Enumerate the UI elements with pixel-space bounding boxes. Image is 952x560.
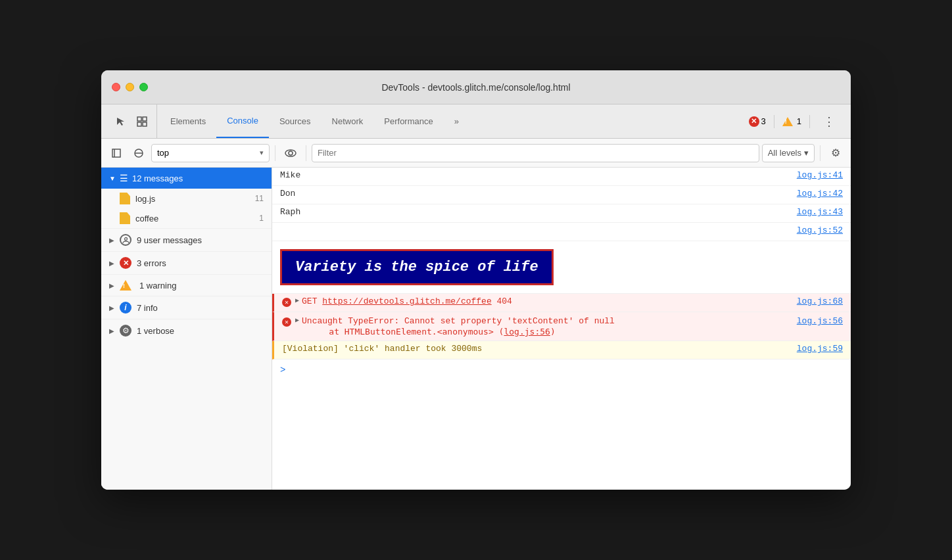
error-link[interactable]: https://devtools.glitch.me/coffee [322, 296, 491, 306]
sidebar-section-user-messages[interactable]: ▶ 9 user messages [101, 228, 272, 251]
source-link[interactable]: log.js:43 [797, 207, 843, 217]
console-output: Mike log.js:41 Don log.js:42 Raph log.js… [272, 168, 851, 490]
more-options-button[interactable]: ⋮ [818, 114, 840, 129]
source-link[interactable]: log.js:59 [797, 344, 843, 354]
main-content: ▼ ☰ 12 messages log.js 11 coffee 1 ▶ [101, 168, 851, 490]
sidebar-section-verbose[interactable]: ▶ ⚙ 1 verbose [101, 319, 272, 342]
expand-arrow-icon[interactable]: ▶ [295, 296, 299, 304]
expand-arrow-icon[interactable]: ▶ [295, 316, 299, 324]
console-row: log.js:52 [272, 223, 851, 241]
maximize-button[interactable] [139, 83, 148, 91]
console-highlight-box: Variety is the spice of life [280, 249, 554, 285]
source-link[interactable]: log.js:56 [797, 316, 843, 326]
console-highlight-row: Variety is the spice of life [272, 241, 851, 294]
verbose-icon: ⚙ [120, 325, 131, 337]
titlebar: DevTools - devtools.glitch.me/console/lo… [101, 70, 851, 105]
file-icon [120, 212, 130, 224]
sidebar-section-warning[interactable]: ▶ ! 1 warning [101, 274, 272, 296]
svg-rect-0 [137, 117, 141, 121]
collapse-icon: ▼ [109, 175, 116, 182]
console-row-typeerror: ✕ ▶ Uncaught TypeError: Cannot set prope… [272, 312, 851, 341]
devtools-window: DevTools - devtools.glitch.me/console/lo… [101, 70, 851, 490]
console-row-warning: [Violation] 'click' handler took 3000ms … [272, 341, 851, 360]
error-icon: ✕ [282, 298, 291, 307]
clear-console-button[interactable] [129, 143, 149, 163]
warning-triangle-icon: ! [120, 280, 131, 291]
console-row-error: ✕ ▶ GET https://devtools.glitch.me/coffe… [272, 294, 851, 312]
tab-sources[interactable]: Sources [269, 105, 321, 138]
tab-icon-group [107, 105, 157, 138]
eye-icon-button[interactable] [281, 143, 300, 163]
tabbar: Elements Console Sources Network Perform… [101, 105, 851, 139]
user-icon [120, 234, 131, 246]
source-link[interactable]: log.js:68 [797, 296, 843, 306]
console-row: Mike log.js:41 [272, 168, 851, 186]
error-icon: ✕ [749, 116, 759, 127]
collapse-sidebar-button[interactable] [107, 143, 126, 163]
sidebar-item-logjs[interactable]: log.js 11 [101, 189, 272, 208]
chevron-down-icon: ▾ [260, 149, 264, 157]
traffic-lights [112, 83, 148, 91]
levels-chevron-icon: ▾ [804, 148, 809, 158]
arrow-icon: ▶ [109, 327, 114, 335]
file-icon [120, 193, 130, 204]
svg-point-10 [124, 237, 127, 240]
source-link[interactable]: log.js:41 [797, 170, 843, 180]
sidebar-section-errors[interactable]: ▶ ✕ 3 errors [101, 251, 272, 274]
source-link[interactable]: log.js:52 [797, 225, 843, 235]
list-icon: ☰ [120, 173, 128, 183]
tab-console[interactable]: Console [216, 105, 269, 138]
arrow-icon: ▶ [109, 282, 114, 289]
minimize-button[interactable] [126, 83, 134, 91]
cursor-icon-btn[interactable] [112, 112, 130, 131]
svg-rect-4 [112, 149, 120, 157]
arrow-icon: ▶ [109, 304, 114, 312]
tab-right-badges: ✕ 3 ! 1 ⋮ [749, 105, 845, 138]
sidebar-group-header[interactable]: ▼ ☰ 12 messages [101, 168, 272, 189]
warning-badge: ! 1 [782, 116, 801, 126]
tab-performance[interactable]: Performance [373, 105, 443, 138]
info-icon: i [120, 302, 131, 314]
error-icon: ✕ [282, 317, 291, 327]
close-button[interactable] [112, 83, 120, 91]
console-row: Don log.js:42 [272, 186, 851, 204]
console-prompt[interactable]: > [272, 360, 851, 381]
tab-elements[interactable]: Elements [160, 105, 216, 138]
svg-rect-1 [143, 117, 147, 121]
layers-icon-btn[interactable] [133, 112, 151, 131]
source-link[interactable]: log.js:42 [797, 189, 843, 198]
sidebar: ▼ ☰ 12 messages log.js 11 coffee 1 ▶ [101, 168, 272, 490]
tab-more[interactable]: » [444, 105, 469, 138]
window-title: DevTools - devtools.glitch.me/console/lo… [381, 82, 570, 93]
inner-source-link[interactable]: log.js:56 [504, 327, 550, 337]
console-row: Raph log.js:43 [272, 204, 851, 223]
context-select[interactable]: top ▾ [151, 144, 270, 162]
sidebar-item-coffee[interactable]: coffee 1 [101, 208, 272, 228]
console-toolbar: top ▾ All levels ▾ ⚙ [101, 139, 851, 168]
arrow-icon: ▶ [109, 237, 114, 244]
settings-icon-button[interactable]: ⚙ [826, 143, 845, 163]
sidebar-section-info[interactable]: ▶ i 7 info [101, 296, 272, 319]
arrow-icon: ▶ [109, 260, 114, 267]
error-icon: ✕ [120, 257, 131, 269]
levels-select[interactable]: All levels ▾ [762, 144, 815, 162]
tab-network[interactable]: Network [321, 105, 374, 138]
error-badge: ✕ 3 [749, 116, 766, 127]
svg-rect-2 [137, 122, 141, 126]
svg-rect-3 [143, 122, 147, 126]
filter-input[interactable] [312, 144, 759, 162]
svg-point-9 [289, 151, 293, 155]
highlight-text: Variety is the spice of life [295, 259, 538, 275]
